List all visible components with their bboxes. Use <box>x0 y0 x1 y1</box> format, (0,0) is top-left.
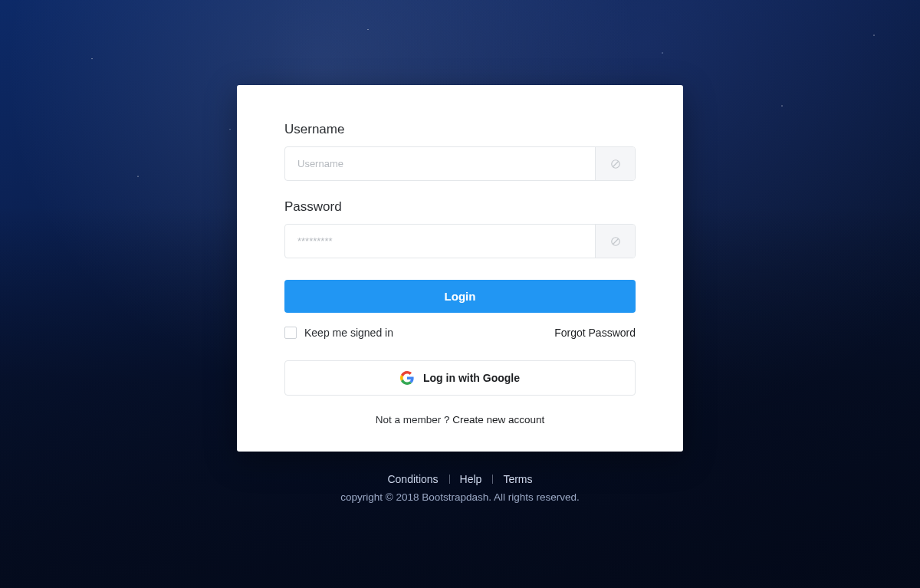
google-login-button[interactable]: Log in with Google <box>284 360 636 396</box>
footer-link-help[interactable]: Help <box>449 473 493 485</box>
login-button[interactable]: Login <box>284 280 636 313</box>
username-input-group <box>284 146 636 181</box>
footer-copyright: copyright © 2018 Bootstrapdash. All righ… <box>340 491 580 503</box>
username-input[interactable] <box>285 147 595 180</box>
google-icon <box>400 371 414 385</box>
svg-line-3 <box>613 238 618 244</box>
password-input-group <box>284 224 636 258</box>
footer-link-terms[interactable]: Terms <box>492 473 543 485</box>
username-label: Username <box>284 122 636 137</box>
keep-signed-in-label: Keep me signed in <box>304 327 393 339</box>
forgot-password-link[interactable]: Forgot Password <box>554 327 636 339</box>
signup-prompt: Not a member ? <box>376 414 453 425</box>
google-login-label: Log in with Google <box>423 372 520 384</box>
login-card: Username Password Login Keep me signed i… <box>237 85 683 452</box>
password-input[interactable] <box>285 225 595 258</box>
block-icon <box>595 147 635 180</box>
footer-links: Conditions Help Terms <box>340 473 580 485</box>
svg-line-1 <box>613 161 618 166</box>
login-options-row: Keep me signed in Forgot Password <box>284 327 636 339</box>
page-footer: Conditions Help Terms copyright © 2018 B… <box>340 473 580 503</box>
footer-link-conditions[interactable]: Conditions <box>376 473 449 485</box>
create-account-link[interactable]: Create new account <box>452 414 544 425</box>
block-icon <box>595 225 635 258</box>
checkbox-icon <box>284 327 297 339</box>
signup-line: Not a member ? Create new account <box>284 414 636 425</box>
keep-signed-in-checkbox[interactable]: Keep me signed in <box>284 327 393 339</box>
password-label: Password <box>284 199 636 215</box>
